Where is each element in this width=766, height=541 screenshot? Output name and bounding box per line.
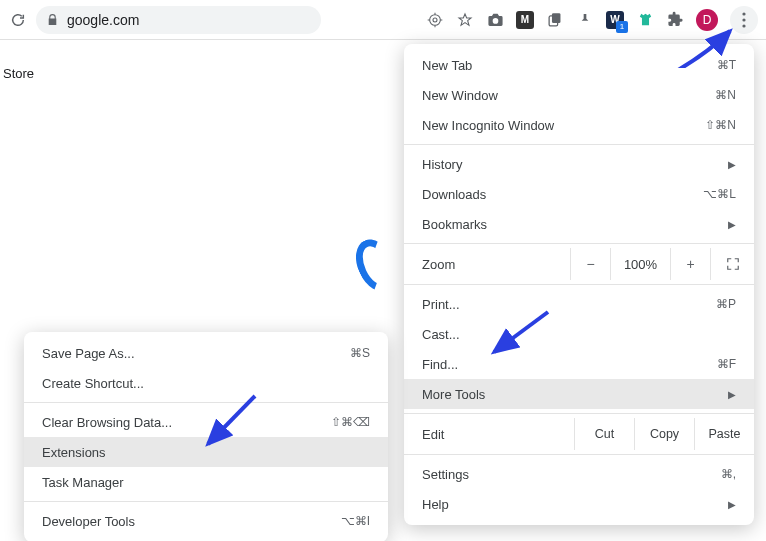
- url-text: google.com: [67, 12, 139, 28]
- chevron-right-icon: ▶: [728, 219, 736, 230]
- menu-separator: [404, 243, 754, 244]
- menu-separator: [404, 284, 754, 285]
- extension-icon-w[interactable]: W1: [606, 11, 624, 29]
- submenu-create-shortcut[interactable]: Create Shortcut...: [24, 368, 388, 398]
- extension-icon-m[interactable]: M: [516, 11, 534, 29]
- menu-edit-row: Edit Cut Copy Paste: [404, 418, 754, 450]
- extension-icon-copy[interactable]: [546, 11, 564, 29]
- submenu-task-manager[interactable]: Task Manager: [24, 467, 388, 497]
- menu-help[interactable]: Help▶: [404, 489, 754, 519]
- menu-cast[interactable]: Cast...: [404, 319, 754, 349]
- zoom-out-button[interactable]: −: [570, 248, 610, 280]
- menu-downloads[interactable]: Downloads⌥⌘L: [404, 179, 754, 209]
- menu-separator: [24, 501, 388, 502]
- reload-icon: [10, 12, 26, 28]
- chevron-right-icon: ▶: [728, 159, 736, 170]
- svg-point-5: [742, 18, 745, 21]
- svg-point-1: [430, 14, 441, 25]
- menu-print[interactable]: Print...⌘P: [404, 289, 754, 319]
- fullscreen-button[interactable]: [710, 248, 754, 280]
- menu-more-tools[interactable]: More Tools▶: [404, 379, 754, 409]
- main-menu: New Tab⌘T New Window⌘N New Incognito Win…: [404, 44, 754, 525]
- menu-separator: [24, 402, 388, 403]
- bookmark-star-icon[interactable]: [456, 11, 474, 29]
- menu-zoom-row: Zoom − 100% +: [404, 248, 754, 280]
- camera-icon[interactable]: [486, 11, 504, 29]
- edit-label: Edit: [404, 427, 574, 442]
- zoom-in-button[interactable]: +: [670, 248, 710, 280]
- cut-button[interactable]: Cut: [574, 418, 634, 450]
- menu-new-incognito[interactable]: New Incognito Window⇧⌘N: [404, 110, 754, 140]
- profile-avatar[interactable]: D: [696, 9, 718, 31]
- svg-point-6: [742, 24, 745, 27]
- menu-separator: [404, 413, 754, 414]
- reload-button[interactable]: [8, 10, 28, 30]
- paste-button[interactable]: Paste: [694, 418, 754, 450]
- menu-separator: [404, 454, 754, 455]
- submenu-clear-browsing-data[interactable]: Clear Browsing Data...⇧⌘⌫: [24, 407, 388, 437]
- svg-point-4: [742, 12, 745, 15]
- vertical-dots-icon: [742, 12, 746, 28]
- menu-separator: [404, 144, 754, 145]
- chevron-right-icon: ▶: [728, 499, 736, 510]
- toolbar-icons: M W1 D: [426, 6, 758, 34]
- copy-button[interactable]: Copy: [634, 418, 694, 450]
- submenu-developer-tools[interactable]: Developer Tools⌥⌘I: [24, 506, 388, 536]
- menu-bookmarks[interactable]: Bookmarks▶: [404, 209, 754, 239]
- fullscreen-icon: [726, 257, 740, 271]
- menu-settings[interactable]: Settings⌘,: [404, 459, 754, 489]
- lock-icon: [46, 13, 59, 26]
- location-icon[interactable]: [426, 11, 444, 29]
- menu-history[interactable]: History▶: [404, 149, 754, 179]
- browser-toolbar: google.com M W1 D: [0, 0, 766, 40]
- submenu-save-page[interactable]: Save Page As...⌘S: [24, 338, 388, 368]
- submenu-extensions[interactable]: Extensions: [24, 437, 388, 467]
- zoom-value: 100%: [610, 248, 670, 280]
- extensions-puzzle-icon[interactable]: [666, 11, 684, 29]
- google-logo-fragment: [348, 233, 404, 298]
- menu-new-tab[interactable]: New Tab⌘T: [404, 50, 754, 80]
- menu-find[interactable]: Find...⌘F: [404, 349, 754, 379]
- svg-rect-2: [551, 13, 560, 23]
- extension-icon-pin[interactable]: [576, 11, 594, 29]
- address-bar[interactable]: google.com: [36, 6, 321, 34]
- badge: 1: [616, 21, 628, 33]
- store-link[interactable]: Store: [3, 66, 34, 81]
- svg-point-0: [433, 18, 437, 22]
- more-tools-submenu: Save Page As...⌘S Create Shortcut... Cle…: [24, 332, 388, 541]
- menu-button[interactable]: [730, 6, 758, 34]
- menu-new-window[interactable]: New Window⌘N: [404, 80, 754, 110]
- zoom-label: Zoom: [404, 257, 570, 272]
- chevron-right-icon: ▶: [728, 389, 736, 400]
- extension-icon-shirt[interactable]: [636, 11, 654, 29]
